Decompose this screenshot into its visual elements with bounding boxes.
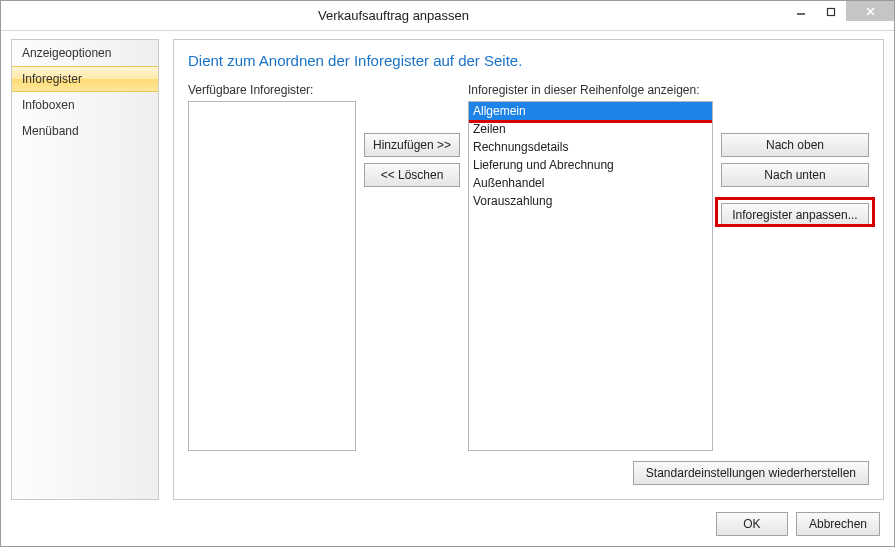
dialog-buttons: OK Abbrechen: [716, 512, 880, 536]
move-down-button[interactable]: Nach unten: [721, 163, 869, 187]
transfer-buttons: Hinzufügen >> << Löschen: [364, 83, 460, 451]
add-button[interactable]: Hinzufügen >>: [364, 133, 460, 157]
available-column: Verfügbare Inforegister:: [188, 83, 356, 451]
ordered-column: Inforegister in dieser Reihenfolge anzei…: [468, 83, 713, 451]
window-controls: [786, 1, 894, 30]
list-item[interactable]: Allgemein: [469, 102, 712, 120]
main-heading: Dient zum Anordnen der Inforegister auf …: [188, 52, 869, 69]
nav-item-anzeigeoptionen[interactable]: Anzeigeoptionen: [12, 40, 158, 66]
columns: Verfügbare Inforegister: Hinzufügen >> <…: [188, 83, 869, 451]
list-item[interactable]: Vorauszahlung: [469, 192, 712, 210]
content: AnzeigeoptionenInforegisterInfoboxenMenü…: [11, 39, 884, 500]
main-panel: Dient zum Anordnen der Inforegister auf …: [173, 39, 884, 500]
svg-rect-1: [828, 9, 835, 16]
nav-item-men-band[interactable]: Menüband: [12, 118, 158, 144]
ordered-listbox[interactable]: AllgemeinZeilenRechnungsdetailsLieferung…: [468, 101, 713, 451]
move-up-button[interactable]: Nach oben: [721, 133, 869, 157]
close-icon: [865, 6, 876, 17]
restore-row: Standardeinstellungen wiederherstellen: [188, 461, 869, 485]
titlebar: Verkaufsauftrag anpassen: [1, 1, 894, 31]
minimize-button[interactable]: [786, 1, 816, 23]
list-item[interactable]: Zeilen: [469, 120, 712, 138]
available-listbox[interactable]: [188, 101, 356, 451]
list-item[interactable]: Außenhandel: [469, 174, 712, 192]
reorder-buttons: Nach oben Nach unten Inforegister anpass…: [721, 83, 869, 451]
ok-button[interactable]: OK: [716, 512, 788, 536]
restore-defaults-button[interactable]: Standardeinstellungen wiederherstellen: [633, 461, 869, 485]
window-title: Verkaufsauftrag anpassen: [1, 8, 786, 23]
customize-highlight: Inforegister anpassen...: [721, 203, 869, 227]
available-label: Verfügbare Inforegister:: [188, 83, 356, 97]
nav-item-infoboxen[interactable]: Infoboxen: [12, 92, 158, 118]
maximize-button[interactable]: [816, 1, 846, 23]
nav-item-inforegister[interactable]: Inforegister: [12, 66, 158, 92]
nav-panel: AnzeigeoptionenInforegisterInfoboxenMenü…: [11, 39, 159, 500]
close-button[interactable]: [846, 1, 894, 21]
maximize-icon: [826, 7, 836, 17]
list-item[interactable]: Lieferung und Abrechnung: [469, 156, 712, 174]
list-item[interactable]: Rechnungsdetails: [469, 138, 712, 156]
remove-button[interactable]: << Löschen: [364, 163, 460, 187]
customize-inforegister-button[interactable]: Inforegister anpassen...: [721, 203, 869, 227]
minimize-icon: [796, 7, 806, 17]
ordered-label: Inforegister in dieser Reihenfolge anzei…: [468, 83, 713, 97]
cancel-button[interactable]: Abbrechen: [796, 512, 880, 536]
